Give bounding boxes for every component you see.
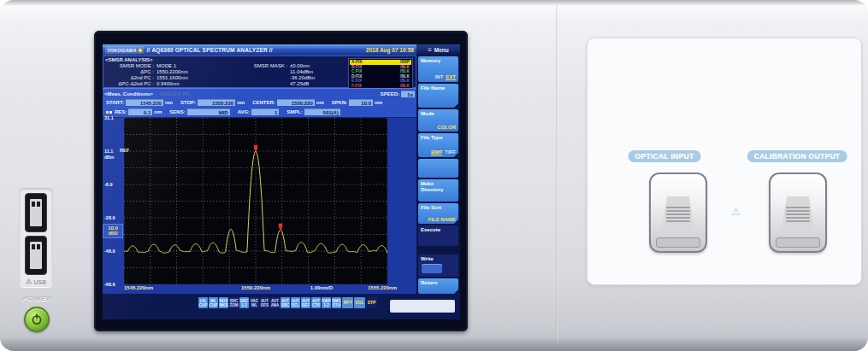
option-bmp: BMP bbox=[431, 149, 442, 155]
connector-grip bbox=[781, 196, 815, 232]
field-label: START: bbox=[106, 100, 124, 105]
menu-item-make-directory[interactable]: Make Directory bbox=[418, 179, 458, 202]
menu-item-memory[interactable]: MemoryINTEXT bbox=[418, 56, 458, 82]
menu-item-execute[interactable]: Execute bbox=[418, 225, 458, 246]
menu-item-mode[interactable]: ModeCOLOR bbox=[418, 109, 458, 132]
field-value-avg[interactable]: 1 bbox=[251, 108, 279, 115]
field-value-span[interactable]: 10.0 bbox=[349, 99, 373, 106]
yokogawa-logo: YOKOGAWA bbox=[105, 46, 144, 54]
smsr-label: ΔPC-Δ2nd PC : bbox=[105, 81, 156, 87]
smsr-value: MODE 1 bbox=[156, 63, 239, 69]
write-key-icon bbox=[422, 264, 442, 273]
option-ext: EXT bbox=[446, 74, 456, 80]
softkey-row: LVLCHPWLCHPNOSMKRSRCZOMSRC1-2VACWLAUTOFS… bbox=[198, 297, 377, 308]
menu-item-label: File Type bbox=[418, 133, 452, 141]
smsr-value: ±0.00nm bbox=[290, 63, 315, 69]
optical-io-panel: OPTICAL INPUT CALIBRATION OUTPUT ⚠ bbox=[587, 38, 862, 285]
usb-tongue bbox=[30, 199, 42, 226]
power-icon bbox=[30, 313, 44, 326]
menu-item-file-type[interactable]: File TypeBMPTIFF bbox=[418, 133, 458, 157]
menu-item-file-name[interactable]: File Name bbox=[418, 84, 458, 108]
softkey-aut-scl[interactable]: AUTSCL bbox=[291, 297, 300, 308]
spectrum-chart: 31.111.1-8.9-28.9-48.9-68.9 REF dBm 10.0… bbox=[103, 118, 416, 294]
field-start: START:1545.220nm bbox=[106, 99, 173, 106]
softkey-aut-ana[interactable]: AUTANA bbox=[270, 297, 280, 308]
x-tick-start: 1545.220nm bbox=[124, 285, 153, 290]
x-tick-stop: 1555.220nm bbox=[368, 285, 397, 290]
softkey-aut-ref[interactable]: AUTREF bbox=[301, 297, 310, 308]
usb-port-bottom[interactable] bbox=[25, 236, 47, 275]
smsr-value: 47.25dB bbox=[290, 81, 315, 87]
field-smpl: SMPL:501(A) bbox=[286, 108, 340, 115]
softkey-lvl-chp[interactable]: LVLCHP bbox=[198, 297, 208, 308]
meas-row-2: RES:0.1nmSENS:MIDAVG:1SMPL:501(A) bbox=[106, 108, 413, 116]
usb-tongue bbox=[30, 242, 42, 269]
speed-value[interactable]: 1x bbox=[401, 91, 415, 97]
menu-item-value: FILE NAME bbox=[428, 217, 456, 222]
field-value-center[interactable]: 1550.220 bbox=[277, 99, 315, 106]
softkey-aut-ctr[interactable]: AUTCTR bbox=[311, 297, 321, 308]
menu-item-label: Write bbox=[418, 254, 452, 262]
smsr-heading: <SMSR ANALYSIS> bbox=[105, 57, 153, 62]
optical-input-connector[interactable] bbox=[649, 173, 707, 253]
softkey-src-1-2[interactable]: SRC1-2 bbox=[239, 297, 249, 308]
usb-port-top[interactable] bbox=[25, 193, 47, 232]
chassis-seam bbox=[556, 5, 558, 344]
chassis-top-edge bbox=[0, 0, 868, 6]
softkey-wl-chp[interactable]: WLCHP bbox=[209, 297, 218, 308]
field-center: CENTER:1550.220nm bbox=[252, 99, 324, 106]
softkey-src-zom[interactable]: SRCZOM bbox=[229, 297, 239, 308]
field-unit: nm bbox=[154, 109, 162, 114]
field-value-start[interactable]: 1545.220 bbox=[126, 99, 163, 106]
smsr-value: 1551.1600nm bbox=[156, 75, 239, 81]
laser-warning-icon: ⚠ bbox=[731, 206, 741, 218]
calibration-output-connector[interactable] bbox=[769, 173, 827, 253]
softkey-swp-1-2[interactable]: SWP1-2 bbox=[322, 297, 331, 308]
smsr-value: 11.04dBm bbox=[290, 69, 315, 75]
spectrum-plot bbox=[124, 118, 387, 284]
fold-corner bbox=[454, 103, 458, 108]
smsr-label bbox=[239, 81, 290, 87]
speed-label: SPEED: bbox=[381, 91, 399, 97]
field-label: CENTER: bbox=[252, 100, 275, 105]
smsr-grid: SMSR MODE : MODE 1 SMSR MASK : ±0.00nm Δ… bbox=[105, 63, 315, 87]
menu-item-label: File Sort bbox=[418, 203, 452, 211]
softkey-vac-wl[interactable]: VACWL bbox=[250, 297, 259, 308]
softkey-nos-mkr[interactable]: NOSMKR bbox=[219, 297, 228, 308]
logo-diamond-icon bbox=[138, 48, 143, 53]
fold-corner bbox=[454, 219, 458, 224]
field-value-smpl[interactable]: 501(A) bbox=[304, 108, 340, 115]
field-value-res[interactable]: 0.1 bbox=[128, 108, 152, 115]
y-tick-label: 31.1 bbox=[104, 115, 114, 120]
fold-corner bbox=[454, 153, 458, 157]
softkey-smg-oth[interactable]: SMGOTH bbox=[332, 297, 341, 308]
power-button[interactable] bbox=[24, 307, 50, 332]
menu-item-blank[interactable] bbox=[418, 159, 458, 178]
softkey-rpt[interactable]: RPT bbox=[342, 297, 353, 308]
field-label: SMPL: bbox=[286, 109, 303, 114]
field-unit: nm bbox=[237, 100, 245, 105]
menu-item-options: BMPTIFF bbox=[431, 149, 456, 155]
menu-item-write[interactable]: Write bbox=[418, 254, 458, 277]
softkey-sgl[interactable]: SGL bbox=[354, 297, 365, 308]
field-label: RES: bbox=[115, 109, 127, 114]
menu-item-file-sort[interactable]: File SortFILE NAME bbox=[418, 203, 458, 224]
field-value-sens[interactable]: MID bbox=[187, 108, 230, 115]
field-value-stop[interactable]: 1555.220 bbox=[198, 99, 235, 106]
menu-item-value: COLOR bbox=[437, 125, 456, 130]
smsr-value: 0.9400nm bbox=[156, 81, 239, 87]
y-tick-label: -68.9 bbox=[104, 282, 115, 287]
optical-input-label: OPTICAL INPUT bbox=[629, 150, 701, 162]
meas-heading: <Meas. Conditions> bbox=[104, 91, 153, 97]
softkey-aut-ofs[interactable]: AUTOFS bbox=[260, 297, 269, 308]
softkey-stp[interactable]: STP bbox=[366, 297, 377, 308]
status-display bbox=[390, 300, 455, 313]
chassis-bottom-shade bbox=[0, 337, 868, 351]
menu-item-label bbox=[418, 159, 452, 161]
smsr-label: ΔPC : bbox=[105, 69, 156, 75]
menu-item-return[interactable]: Return bbox=[418, 278, 458, 294]
menu-item-options: INTEXT bbox=[435, 74, 456, 80]
peak-marker bbox=[254, 145, 257, 149]
softkey-aut-src[interactable]: AUTSRC bbox=[280, 297, 290, 308]
ref-unit-label: dBm bbox=[104, 155, 114, 160]
